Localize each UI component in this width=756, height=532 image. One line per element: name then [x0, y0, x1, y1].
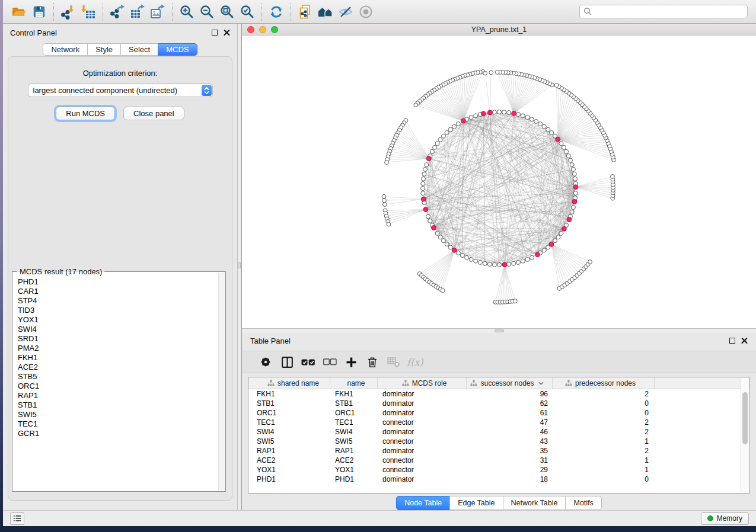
graph-node[interactable]: [382, 198, 387, 203]
mcds-result-item[interactable]: RAP1: [18, 391, 225, 400]
graph-node[interactable]: [513, 299, 517, 303]
column-header-MCDS-role[interactable]: MCDS role: [378, 377, 467, 389]
zoom-in-button[interactable]: [177, 2, 197, 21]
table-row[interactable]: PHD1PHD1dominator180: [248, 475, 749, 484]
mcds-result-item[interactable]: YOX1: [18, 315, 225, 325]
graph-node[interactable]: [421, 187, 425, 191]
graph-node[interactable]: [559, 142, 563, 146]
table-row[interactable]: FKH1FKH1dominator962: [248, 389, 749, 399]
graph-node[interactable]: [448, 127, 452, 132]
graph-hub-node[interactable]: [567, 217, 572, 222]
graph-node[interactable]: [554, 84, 559, 88]
tab-motifs[interactable]: Motifs: [565, 496, 601, 510]
graph-node[interactable]: [489, 70, 493, 75]
graph-node[interactable]: [572, 172, 576, 176]
graph-node[interactable]: [573, 177, 577, 181]
horizontal-splitter[interactable]: [242, 329, 756, 333]
close-panel-icon[interactable]: [224, 30, 230, 36]
graph-node[interactable]: [564, 149, 569, 153]
mcds-result-item[interactable]: STP4: [18, 296, 225, 306]
graph-hub-node[interactable]: [432, 226, 436, 230]
graph-hub-node[interactable]: [426, 156, 431, 161]
graph-node[interactable]: [456, 122, 460, 126]
graph-node[interactable]: [422, 172, 426, 176]
column-layout-button[interactable]: [276, 353, 298, 371]
hide-eye-button[interactable]: [336, 2, 356, 21]
column-header-shared-name[interactable]: shared name: [248, 377, 330, 389]
column-header-name[interactable]: name: [330, 377, 378, 389]
select-all-button[interactable]: [298, 353, 319, 371]
zoom-fit-button[interactable]: [217, 2, 237, 21]
table-row[interactable]: ORC1ORC1dominator610: [248, 408, 749, 418]
graph-node[interactable]: [433, 145, 437, 149]
graph-hub-node[interactable]: [573, 185, 578, 190]
mcds-result-item[interactable]: SRD1: [18, 334, 225, 344]
table-row[interactable]: SWI4SWI4dominator462: [248, 427, 749, 437]
graph-node[interactable]: [516, 113, 521, 117]
graph-node[interactable]: [497, 263, 502, 267]
graph-node[interactable]: [385, 161, 389, 165]
mcds-result-item[interactable]: FKH1: [18, 353, 225, 363]
mcds-result-item[interactable]: ACE2: [18, 363, 225, 372]
zoom-selected-button[interactable]: [237, 2, 257, 21]
graph-node[interactable]: [460, 254, 464, 258]
import-network-button[interactable]: [58, 2, 78, 21]
splitter-grip[interactable]: [495, 329, 504, 332]
graph-node[interactable]: [512, 261, 516, 265]
graph-hub-node[interactable]: [572, 200, 577, 204]
tab-mcds[interactable]: MCDS: [158, 43, 197, 56]
graph-node[interactable]: [382, 194, 386, 198]
graph-node[interactable]: [546, 127, 550, 132]
graph-node[interactable]: [529, 117, 534, 121]
tab-select[interactable]: Select: [120, 43, 158, 56]
splitter-grip[interactable]: [238, 262, 241, 268]
open-button[interactable]: [9, 2, 29, 21]
column-header-successor-nodes[interactable]: successor nodes: [467, 377, 553, 389]
graph-node[interactable]: [465, 255, 469, 259]
memory-button[interactable]: Memory: [701, 512, 749, 525]
table-row[interactable]: RAP1RAP1dominator352: [248, 446, 749, 456]
graph-hub-node[interactable]: [535, 252, 540, 257]
graph-node[interactable]: [438, 235, 442, 239]
graph-node[interactable]: [542, 248, 546, 252]
graph-node[interactable]: [516, 260, 521, 264]
mcds-result-item[interactable]: STB5: [18, 372, 225, 382]
mcds-result-item[interactable]: GCR1: [18, 429, 225, 438]
run-mcds-button[interactable]: Run MCDS: [56, 107, 115, 120]
optimization-select[interactable]: largest connected component (undirected): [28, 84, 213, 97]
graph-hub-node[interactable]: [556, 137, 560, 142]
graph-node[interactable]: [556, 235, 560, 239]
graph-node[interactable]: [478, 260, 482, 264]
graph-node[interactable]: [542, 124, 546, 129]
graph-hub-node[interactable]: [423, 207, 428, 212]
table-row[interactable]: SWI5SWI5connector431: [248, 437, 749, 446]
graph-node[interactable]: [588, 260, 592, 264]
task-history-button[interactable]: [10, 512, 24, 525]
float-panel-icon[interactable]: [212, 30, 218, 36]
graph-node[interactable]: [435, 231, 439, 235]
graph-node[interactable]: [474, 259, 478, 263]
settings-gear-button[interactable]: [255, 353, 276, 371]
graph-node[interactable]: [445, 242, 449, 246]
table-row[interactable]: ACE2ACE2connector311: [248, 456, 749, 465]
graph-node[interactable]: [425, 163, 429, 167]
graph-node[interactable]: [573, 191, 578, 196]
graph-hub-node[interactable]: [549, 242, 554, 246]
share-document-button[interactable]: [295, 2, 315, 21]
graph-node[interactable]: [441, 289, 445, 293]
network-canvas[interactable]: [242, 36, 756, 329]
zoom-out-button[interactable]: [197, 2, 217, 21]
graph-node[interactable]: [483, 261, 487, 265]
graph-hub-node[interactable]: [481, 111, 486, 116]
graph-node[interactable]: [553, 239, 557, 243]
graph-node[interactable]: [562, 145, 566, 149]
graph-node[interactable]: [483, 71, 487, 75]
graph-node[interactable]: [611, 175, 615, 179]
graph-node[interactable]: [529, 255, 534, 259]
graph-node[interactable]: [502, 110, 506, 114]
graph-node[interactable]: [550, 130, 554, 134]
import-table-button[interactable]: [78, 2, 98, 21]
table-row[interactable]: TEC1TEC1connector472: [248, 418, 749, 427]
function-builder-button[interactable]: f(x): [404, 353, 426, 371]
graph-node[interactable]: [521, 114, 525, 118]
